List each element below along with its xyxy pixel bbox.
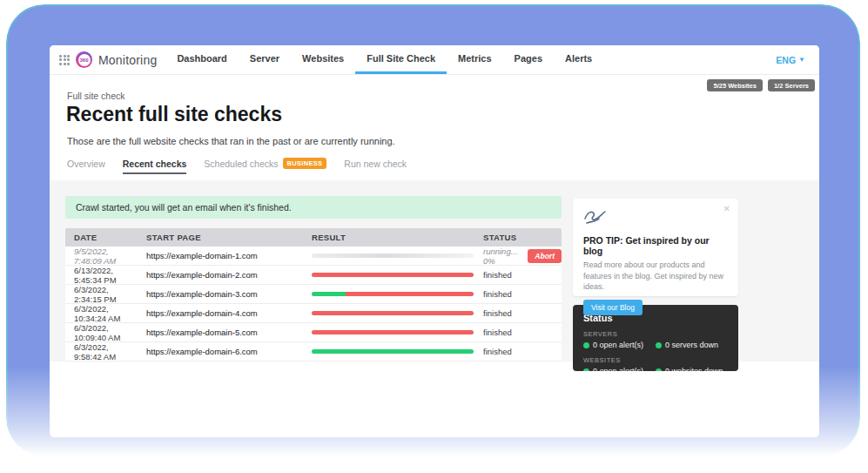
top-header: 360 Monitoring DashboardServerWebsitesFu… <box>50 45 819 75</box>
tab-recent-checks[interactable]: Recent checks <box>123 159 187 174</box>
tab-run-new-check[interactable]: Run new check <box>344 159 407 174</box>
check-status: finished <box>483 328 562 337</box>
content-section: Crawl started, you will get an email whe… <box>50 180 819 362</box>
check-result <box>312 330 483 334</box>
result-segment-red <box>312 330 474 334</box>
column-header-status: STATUS <box>483 233 562 242</box>
check-start-page: https://example-domain-5.com <box>138 328 312 337</box>
status-item-label: 0 open alert(s) <box>593 341 643 349</box>
status-item-label: 0 open alert(s) <box>593 367 643 371</box>
status-item-0-websites-down: 0 websites down <box>656 367 728 371</box>
table-header: DATESTART PAGERESULTSTATUS <box>65 228 562 247</box>
checks-table: DATESTART PAGERESULTSTATUS 9/5/2022, 7:4… <box>65 228 562 362</box>
language-selector[interactable]: ENG ▼ <box>776 45 819 74</box>
table-row: 6/13/2022, 5:45:34 PMhttps://example-dom… <box>65 266 562 285</box>
logo-icon: 360 <box>76 51 92 68</box>
result-segment-red <box>312 311 474 315</box>
tab-label: Scheduled checks <box>204 159 278 169</box>
status-section-label-websites: WEBSITES <box>583 356 728 364</box>
status-ok-dot <box>656 342 662 348</box>
status-text: finished <box>483 347 512 356</box>
status-section-label-servers: SERVERS <box>583 330 728 338</box>
status-item-label: 0 servers down <box>665 341 718 349</box>
status-item-label: 0 websites down <box>665 367 723 371</box>
check-start-page: https://example-domain-2.com <box>138 270 312 280</box>
table-row: 6/3/2022, 10:09:40 AMhttps://example-dom… <box>65 323 562 342</box>
status-text: finished <box>483 289 512 299</box>
check-result <box>312 253 483 258</box>
usage-badges: 5/25 Websites1/2 Servers <box>707 79 815 91</box>
protip-card: ✕ PRO TIP: Get inspired by our blog Read… <box>573 199 738 296</box>
status-item-0-servers-down: 0 servers down <box>656 341 728 349</box>
check-date: 9/5/2022, 7:48:09 AM <box>65 247 138 266</box>
check-status: finished <box>483 308 562 318</box>
table-row: 6/3/2022, 10:34:24 AMhttps://example-dom… <box>65 304 562 323</box>
result-progress-bar <box>312 330 474 334</box>
status-card-sections: SERVERS0 open alert(s)0 servers downWEBS… <box>583 330 728 371</box>
abort-button[interactable]: Abort <box>528 249 562 263</box>
visit-blog-button[interactable]: Visit our Blog <box>583 300 643 315</box>
column-header-start-page: START PAGE <box>138 233 312 242</box>
language-label: ENG <box>776 55 796 65</box>
status-item-0-open-alert-s: 0 open alert(s) <box>583 341 656 349</box>
nav-item-pages[interactable]: Pages <box>503 45 554 74</box>
check-date: 6/3/2022, 10:34:24 AM <box>65 304 138 323</box>
tab-overview[interactable]: Overview <box>67 159 105 174</box>
usage-badge-1-2-servers: 1/2 Servers <box>768 79 815 91</box>
page-title: Recent full site checks <box>66 103 282 126</box>
status-text: finished <box>483 308 512 318</box>
logo-text: 360 <box>78 54 91 66</box>
business-badge: BUSINESS <box>283 158 327 169</box>
status-ok-dot <box>583 368 589 372</box>
chevron-down-icon: ▼ <box>798 56 805 64</box>
check-result <box>312 292 483 296</box>
result-segment-red <box>346 292 474 296</box>
status-ok-dot <box>656 368 662 372</box>
check-result <box>312 311 483 315</box>
nav-item-metrics[interactable]: Metrics <box>447 45 503 74</box>
close-icon[interactable]: ✕ <box>723 204 730 213</box>
check-status: running... 0%Abort <box>483 247 562 266</box>
column-header-result: RESULT <box>312 233 483 242</box>
table-body: 9/5/2022, 7:48:09 AMhttps://example-doma… <box>65 247 562 362</box>
nav-item-full-site-check[interactable]: Full Site Check <box>355 45 447 74</box>
main-column: Crawl started, you will get an email whe… <box>65 180 562 362</box>
check-date: 6/13/2022, 5:45:34 PM <box>65 266 138 285</box>
breadcrumb: Full site check <box>67 91 125 101</box>
nav-item-websites[interactable]: Websites <box>291 45 355 74</box>
status-ok-dot <box>583 342 589 348</box>
status-text: finished <box>483 270 512 280</box>
check-start-page: https://example-domain-6.com <box>138 347 312 356</box>
tab-label: Overview <box>67 159 105 169</box>
protip-body: Read more about our products and feature… <box>583 260 728 293</box>
check-date: 6/3/2022, 2:34:15 PM <box>65 285 138 304</box>
status-text: running... 0% <box>483 247 522 266</box>
nav-item-server[interactable]: Server <box>239 45 291 74</box>
nav-item-dashboard[interactable]: Dashboard <box>165 45 238 74</box>
check-result <box>312 349 483 354</box>
sidebar: ✕ PRO TIP: Get inspired by our blog Read… <box>573 199 738 371</box>
tab-label: Recent checks <box>123 159 187 169</box>
column-header-date: DATE <box>65 233 138 242</box>
check-date: 6/3/2022, 10:09:40 AM <box>65 323 138 342</box>
tab-scheduled-checks[interactable]: Scheduled checksBUSINESS <box>204 158 326 174</box>
status-section-items: 0 open alert(s)0 servers down <box>583 341 728 349</box>
app-window: 360 Monitoring DashboardServerWebsitesFu… <box>50 45 819 437</box>
hero-section: 5/25 Websites1/2 Servers Full site check… <box>50 75 819 180</box>
page-description: Those are the full website checks that r… <box>67 136 395 146</box>
brand[interactable]: 360 Monitoring <box>50 45 157 74</box>
status-text: finished <box>483 328 512 337</box>
result-progress-bar <box>312 253 474 258</box>
check-status: finished <box>483 270 562 280</box>
nav-item-alerts[interactable]: Alerts <box>554 45 603 74</box>
tabs: OverviewRecent checksScheduled checksBUS… <box>67 158 407 174</box>
status-item-0-open-alert-s: 0 open alert(s) <box>583 367 656 371</box>
result-progress-bar <box>312 273 474 277</box>
app-launcher-icon[interactable] <box>59 55 70 65</box>
table-row: 6/3/2022, 2:34:15 PMhttps://example-doma… <box>65 285 562 304</box>
table-row: 6/3/2022, 9:58:42 AMhttps://example-doma… <box>65 342 562 362</box>
result-segment-green <box>312 349 474 354</box>
check-status: finished <box>483 347 562 356</box>
status-section-items: 0 open alert(s)0 websites down <box>583 367 728 371</box>
result-segment-green <box>312 292 346 296</box>
